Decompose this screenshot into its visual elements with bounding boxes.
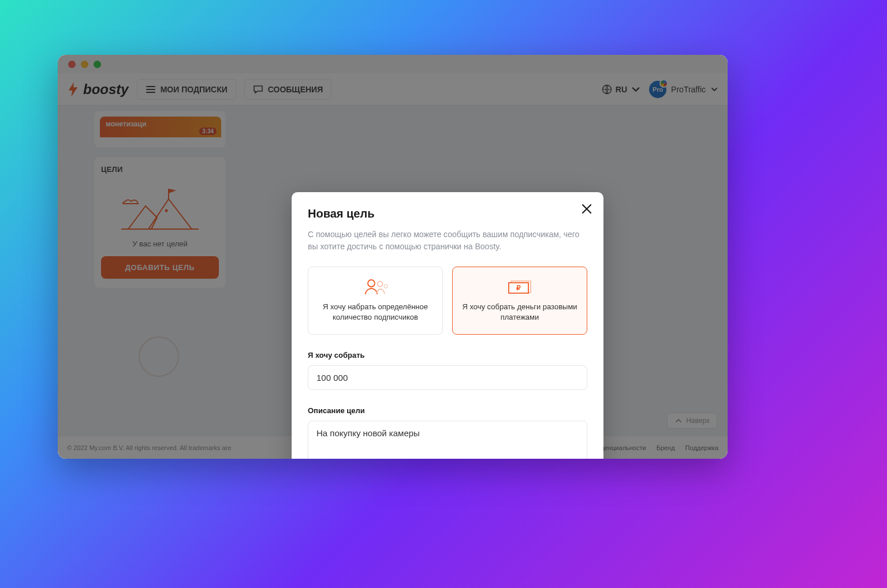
browser-window: boosty МОИ ПОДПИСКИ СООБЩЕНИЯ RU Pro Pro… bbox=[58, 55, 728, 459]
description-label: Описание цели bbox=[308, 406, 587, 415]
description-textarea[interactable] bbox=[308, 421, 587, 459]
svg-point-5 bbox=[378, 282, 383, 287]
svg-point-4 bbox=[368, 280, 375, 287]
svg-point-6 bbox=[384, 284, 387, 288]
modal-description: С помощью целей вы легко можете сообщить… bbox=[308, 229, 587, 253]
close-icon[interactable] bbox=[580, 203, 593, 215]
goal-type-selector: Я хочу набрать определённое количество п… bbox=[308, 267, 587, 335]
svg-text:₽: ₽ bbox=[516, 284, 521, 292]
people-icon bbox=[361, 279, 390, 295]
goal-type-money[interactable]: ₽ Я хочу собрать деньги разовыми платежа… bbox=[452, 267, 587, 335]
amount-input[interactable] bbox=[308, 365, 587, 390]
modal-title: Новая цель bbox=[308, 207, 587, 220]
new-goal-modal: Новая цель С помощью целей вы легко може… bbox=[292, 192, 603, 459]
goal-type-subscribers[interactable]: Я хочу набрать определённое количество п… bbox=[308, 267, 443, 335]
money-icon: ₽ bbox=[506, 279, 534, 295]
amount-label: Я хочу собрать bbox=[308, 351, 587, 359]
goal-type-label: Я хочу собрать деньги разовыми платежами bbox=[461, 302, 579, 323]
goal-type-label: Я хочу набрать определённое количество п… bbox=[316, 302, 434, 323]
